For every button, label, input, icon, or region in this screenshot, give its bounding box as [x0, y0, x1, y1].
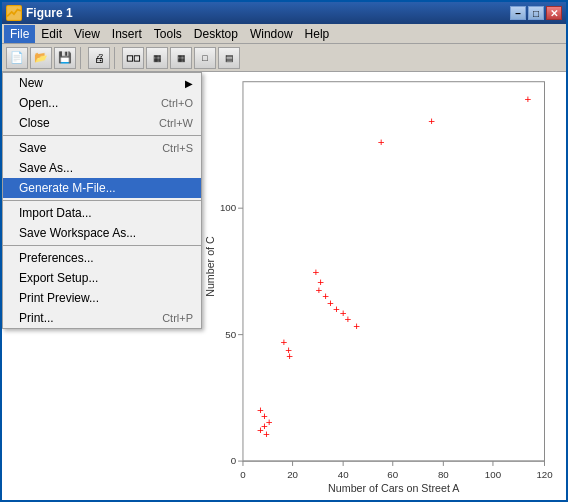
menu-import-data[interactable]: Import Data...: [3, 203, 201, 223]
sep-2: [3, 200, 201, 201]
file-menu: New ▶ Open... Ctrl+O Close Ctrl+W Save C…: [2, 72, 202, 329]
preferences-label: Preferences...: [19, 251, 94, 265]
svg-text:+: +: [525, 92, 532, 105]
svg-text:+: +: [378, 135, 385, 148]
close-label: Close: [19, 116, 50, 130]
svg-text:Number of C: Number of C: [204, 236, 216, 297]
svg-text:+: +: [353, 319, 360, 332]
sep-1: [3, 135, 201, 136]
toolbar-btn-3[interactable]: ◻◻: [122, 47, 144, 69]
menu-help[interactable]: Help: [299, 25, 336, 43]
titlebar: Figure 1 – □ ✕: [2, 2, 566, 24]
close-shortcut: Ctrl+W: [139, 117, 193, 129]
menu-open[interactable]: Open... Ctrl+O: [3, 93, 201, 113]
svg-text:100: 100: [485, 469, 502, 480]
plot-svg: 0 20 40 60 80 100 120: [202, 72, 566, 500]
svg-text:60: 60: [387, 469, 398, 480]
svg-text:0: 0: [240, 469, 246, 480]
open-shortcut: Ctrl+O: [141, 97, 193, 109]
minimize-button[interactable]: –: [510, 6, 526, 20]
main-content: New ▶ Open... Ctrl+O Close Ctrl+W Save C…: [2, 72, 566, 500]
generate-mfile-label: Generate M-File...: [19, 181, 116, 195]
menu-close[interactable]: Close Ctrl+W: [3, 113, 201, 133]
save-workspace-label: Save Workspace As...: [19, 226, 136, 240]
save-button[interactable]: 💾: [54, 47, 76, 69]
toolbar-btn-7[interactable]: ▤: [218, 47, 240, 69]
menu-save[interactable]: Save Ctrl+S: [3, 138, 201, 158]
print-shortcut: Ctrl+P: [142, 312, 193, 324]
save-shortcut: Ctrl+S: [142, 142, 193, 154]
svg-text:0: 0: [231, 455, 237, 466]
menu-save-workspace[interactable]: Save Workspace As...: [3, 223, 201, 243]
menu-view[interactable]: View: [68, 25, 106, 43]
svg-text:40: 40: [338, 469, 349, 480]
maximize-button[interactable]: □: [528, 6, 544, 20]
save-label: Save: [19, 141, 46, 155]
print-button[interactable]: 🖨: [88, 47, 110, 69]
plot-area: 0 20 40 60 80 100 120: [202, 72, 566, 500]
close-button[interactable]: ✕: [546, 6, 562, 20]
menu-desktop[interactable]: Desktop: [188, 25, 244, 43]
toolbar-btn-6[interactable]: □: [194, 47, 216, 69]
svg-text:+: +: [428, 114, 435, 127]
new-label: New: [19, 76, 43, 90]
open-button[interactable]: 📂: [30, 47, 52, 69]
toolbar-btn-4[interactable]: ▦: [146, 47, 168, 69]
svg-text:Number of Cars on Street A: Number of Cars on Street A: [328, 482, 460, 494]
import-data-label: Import Data...: [19, 206, 92, 220]
sep-3: [3, 245, 201, 246]
menu-export-setup[interactable]: Export Setup...: [3, 268, 201, 288]
menu-print-preview[interactable]: Print Preview...: [3, 288, 201, 308]
menu-preferences[interactable]: Preferences...: [3, 248, 201, 268]
menu-print[interactable]: Print... Ctrl+P: [3, 308, 201, 328]
open-label: Open...: [19, 96, 58, 110]
print-preview-label: Print Preview...: [19, 291, 99, 305]
window-icon: [6, 5, 22, 21]
window: Figure 1 – □ ✕ File Edit View Insert Too…: [0, 0, 568, 502]
window-title: Figure 1: [26, 6, 510, 20]
menu-tools[interactable]: Tools: [148, 25, 188, 43]
menu-insert[interactable]: Insert: [106, 25, 148, 43]
svg-text:+: +: [286, 349, 293, 362]
menu-window[interactable]: Window: [244, 25, 299, 43]
new-button[interactable]: 📄: [6, 47, 28, 69]
svg-text:+: +: [345, 312, 352, 325]
svg-text:100: 100: [220, 202, 237, 213]
save-as-label: Save As...: [19, 161, 73, 175]
new-arrow: ▶: [185, 78, 193, 89]
menubar: File Edit View Insert Tools Desktop Wind…: [2, 24, 566, 44]
toolbar: 📄 📂 💾 🖨 ◻◻ ▦ ▦ □ ▤: [2, 44, 566, 72]
print-label: Print...: [19, 311, 54, 325]
menu-generate-mfile[interactable]: Generate M-File...: [3, 178, 201, 198]
toolbar-sep-1: [80, 47, 84, 69]
menu-file[interactable]: File: [4, 25, 35, 43]
svg-text:50: 50: [225, 329, 236, 340]
svg-text:+: +: [263, 427, 270, 440]
toolbar-sep-2: [114, 47, 118, 69]
menu-save-as[interactable]: Save As...: [3, 158, 201, 178]
window-controls: – □ ✕: [510, 6, 562, 20]
export-setup-label: Export Setup...: [19, 271, 98, 285]
svg-rect-1: [243, 82, 545, 461]
menu-new[interactable]: New ▶: [3, 73, 201, 93]
svg-text:80: 80: [438, 469, 449, 480]
toolbar-btn-5[interactable]: ▦: [170, 47, 192, 69]
svg-text:20: 20: [287, 469, 298, 480]
svg-text:120: 120: [536, 469, 553, 480]
menu-edit[interactable]: Edit: [35, 25, 68, 43]
